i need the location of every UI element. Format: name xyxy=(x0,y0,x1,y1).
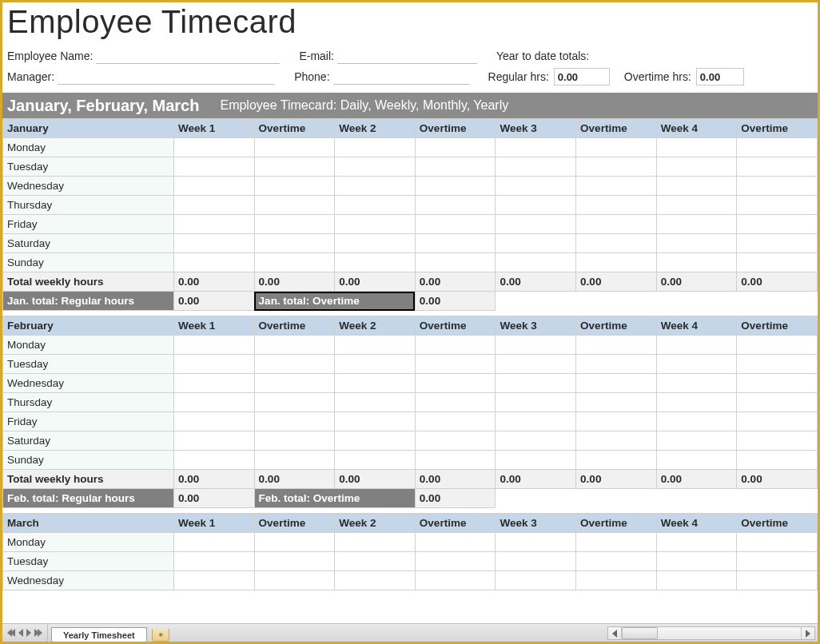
weekly-total-label: Total weekly hours xyxy=(3,272,174,292)
month-name: January xyxy=(3,119,174,138)
jan-month-total-row: Jan. total: Regular hours 0.00 Jan. tota… xyxy=(3,292,818,311)
scroll-right-icon[interactable] xyxy=(801,627,814,639)
table-row[interactable]: Wednesday xyxy=(3,571,818,590)
col-ot3: Overtime xyxy=(576,119,657,138)
weekly-total-label: Total weekly hours xyxy=(3,470,174,489)
employee-name-input[interactable] xyxy=(96,48,280,64)
day-label: Sunday xyxy=(3,451,174,470)
phone-label: Phone: xyxy=(294,70,329,83)
month-name: March xyxy=(3,514,174,533)
table-row[interactable]: Sunday xyxy=(3,451,818,470)
quarter-title: January, February, March xyxy=(7,97,199,115)
sheet-tab-active[interactable]: Yearly Timesheet xyxy=(51,627,147,642)
weekly-total-row: Total weekly hours 0.000.000.000.000.000… xyxy=(3,272,818,292)
regular-hrs-value[interactable]: 0.00 xyxy=(554,68,610,85)
col-week2: Week 2 xyxy=(335,119,416,138)
feb-reg-total-label: Feb. total: Regular hours xyxy=(3,489,174,508)
page-title: Employee Timecard xyxy=(2,2,818,46)
day-label: Monday xyxy=(3,533,174,552)
feb-reg-total-value: 0.00 xyxy=(173,489,254,508)
tab-scroll-next-icon[interactable] xyxy=(26,629,31,637)
ytd-label: Year to date totals: xyxy=(496,50,589,62)
feb-ot-total-label: Feb. total: Overtime xyxy=(254,489,415,508)
manager-label: Manager: xyxy=(7,70,54,83)
day-label: Thursday xyxy=(3,196,174,215)
table-row[interactable]: Saturday xyxy=(3,431,818,451)
table-row[interactable]: Tuesday xyxy=(3,355,818,374)
phone-input[interactable] xyxy=(333,69,469,85)
table-row[interactable]: Wednesday xyxy=(3,374,818,393)
day-label: Friday xyxy=(3,412,174,431)
day-label: Monday xyxy=(3,138,174,157)
manager-input[interactable] xyxy=(58,69,275,85)
day-label: Tuesday xyxy=(3,552,174,571)
employee-name-label: Employee Name: xyxy=(7,50,93,62)
regular-hrs-label: Regular hrs: xyxy=(488,70,549,83)
sheet-tab-bar: Yearly Timesheet ✶ xyxy=(2,623,818,642)
email-input[interactable] xyxy=(337,48,477,64)
table-row[interactable]: Thursday xyxy=(3,196,818,215)
day-label: Thursday xyxy=(3,393,174,412)
table-row[interactable]: Thursday xyxy=(3,393,818,412)
table-row[interactable]: Monday xyxy=(3,336,818,355)
day-label: Wednesday xyxy=(3,374,174,393)
table-row[interactable]: Tuesday xyxy=(3,157,818,177)
table-row[interactable]: Saturday xyxy=(3,234,818,253)
col-week3: Week 3 xyxy=(496,119,576,138)
february-table[interactable]: February Week 1OvertimeWeek 2OvertimeWee… xyxy=(2,316,818,508)
tab-scroll-first-icon[interactable] xyxy=(7,629,15,637)
february-header-row: February Week 1OvertimeWeek 2OvertimeWee… xyxy=(3,316,818,336)
jan-reg-total-label: Jan. total: Regular hours xyxy=(3,292,174,311)
march-header-row: March Week 1OvertimeWeek 2OvertimeWeek 3… xyxy=(3,514,818,533)
day-label: Wednesday xyxy=(3,177,174,196)
table-row[interactable]: Monday xyxy=(3,138,818,157)
day-label: Wednesday xyxy=(3,571,174,590)
day-label: Monday xyxy=(3,336,174,355)
table-row[interactable]: Tuesday xyxy=(3,552,818,571)
scrollbar-thumb[interactable] xyxy=(622,627,658,639)
overtime-hrs-label: Overtime hrs: xyxy=(624,70,691,83)
col-week1: Week 1 xyxy=(173,119,254,138)
table-row[interactable]: Monday xyxy=(3,533,818,552)
scroll-left-icon[interactable] xyxy=(608,627,622,639)
feb-month-total-row: Feb. total: Regular hours 0.00 Feb. tota… xyxy=(3,489,818,508)
jan-ot-total-label-selected-cell[interactable]: Jan. total: Overtime xyxy=(254,292,415,311)
january-table[interactable]: January Week 1 Overtime Week 2 Overtime … xyxy=(2,118,818,311)
table-row[interactable]: Sunday xyxy=(3,253,818,272)
col-week4: Week 4 xyxy=(656,119,737,138)
tab-scroll-prev-icon[interactable] xyxy=(18,629,23,637)
month-name: February xyxy=(3,316,174,336)
day-label: Tuesday xyxy=(3,157,174,177)
col-ot2: Overtime xyxy=(415,119,496,138)
email-label: E-mail: xyxy=(299,50,334,62)
feb-ot-total-value: 0.00 xyxy=(415,489,496,508)
col-ot1: Overtime xyxy=(254,119,335,138)
overtime-hrs-value[interactable]: 0.00 xyxy=(696,68,744,85)
new-sheet-button[interactable]: ✶ xyxy=(152,629,169,642)
weekly-total-row: Total weekly hours 0.000.000.000.000.000… xyxy=(3,470,818,489)
day-label: Friday xyxy=(3,215,174,234)
table-row[interactable]: Friday xyxy=(3,215,818,234)
table-row[interactable]: Wednesday xyxy=(3,177,818,196)
day-label: Saturday xyxy=(3,431,174,451)
tab-scroll-last-icon[interactable] xyxy=(34,629,42,637)
col-ot4: Overtime xyxy=(737,119,818,138)
quarter-header: January, February, March Employee Timeca… xyxy=(2,93,818,118)
meta-row-1: Employee Name: E-mail: Year to date tota… xyxy=(2,46,818,66)
table-row[interactable]: Friday xyxy=(3,412,818,431)
day-label: Sunday xyxy=(3,253,174,272)
quarter-subtitle: Employee Timecard: Daily, Weekly, Monthl… xyxy=(220,98,508,113)
horizontal-scrollbar[interactable] xyxy=(607,626,815,640)
january-header-row: January Week 1 Overtime Week 2 Overtime … xyxy=(3,119,818,138)
day-label: Saturday xyxy=(3,234,174,253)
meta-row-2: Manager: Phone: Regular hrs: 0.00 Overti… xyxy=(2,67,818,86)
jan-ot-total-value: 0.00 xyxy=(415,292,496,311)
jan-reg-total-value: 0.00 xyxy=(173,292,254,311)
day-label: Tuesday xyxy=(3,355,174,374)
march-table[interactable]: March Week 1OvertimeWeek 2OvertimeWeek 3… xyxy=(2,513,818,590)
